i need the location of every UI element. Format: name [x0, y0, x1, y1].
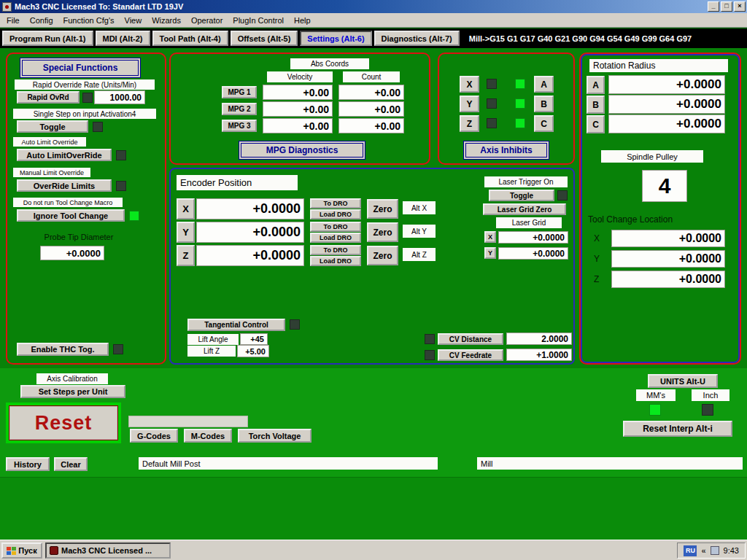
auto-limit-override-button[interactable]: Auto LimitOverRide — [17, 149, 112, 161]
inhibit-z-button[interactable]: Z — [460, 115, 479, 132]
rotation-c-button[interactable]: C — [587, 115, 605, 133]
laser-y-button[interactable]: Y — [484, 247, 496, 259]
rotation-b-dro[interactable]: +0.0000 — [608, 95, 725, 114]
single-step-toggle-button[interactable]: Toggle — [17, 120, 88, 133]
encoder-z-to-dro-button[interactable]: To DRO — [310, 245, 361, 255]
rotation-a-button[interactable]: A — [587, 76, 605, 94]
tab-tool-path[interactable]: Tool Path (Alt-4) — [152, 31, 228, 46]
units-button[interactable]: UNITS Alt-U — [648, 374, 718, 388]
override-limits-button[interactable]: OverRide Limits — [17, 179, 112, 192]
inhibit-c-button[interactable]: C — [534, 115, 554, 132]
encoder-z-dro[interactable]: +0.0000 — [196, 245, 304, 266]
encoder-y-button[interactable]: Y — [177, 222, 195, 243]
encoder-y-load-dro-button[interactable]: Load DRO — [310, 233, 361, 243]
spindle-pulley-dro[interactable]: 4 — [642, 170, 687, 202]
laser-toggle-button[interactable]: Toggle — [489, 190, 554, 201]
encoder-y-to-dro-button[interactable]: To DRO — [310, 222, 361, 232]
reset-interp-button[interactable]: Reset Interp Alt-i — [623, 421, 732, 437]
inhibit-y-button[interactable]: Y — [460, 96, 479, 112]
profile-display-strip — [128, 416, 248, 427]
cv-distance-button[interactable]: CV Distance — [438, 333, 503, 345]
ignore-tool-change-button[interactable]: Ignore Tool Change — [17, 209, 125, 222]
rotation-a-dro[interactable]: +0.0000 — [608, 75, 725, 94]
encoder-x-zero-button[interactable]: Zero — [367, 199, 398, 219]
minimize-button[interactable]: _ — [708, 1, 719, 12]
rotation-c-dro[interactable]: +0.0000 — [608, 114, 725, 133]
rapid-rate-dro[interactable]: 1000.00 — [94, 90, 145, 104]
hide-icons-chevron-icon[interactable]: « — [701, 546, 705, 555]
tool-change-y-dro[interactable]: +0.0000 — [611, 250, 725, 268]
inch-label: Inch — [692, 389, 729, 401]
mpg3-button[interactable]: MPG 3 — [222, 120, 257, 132]
laser-y-dro[interactable]: +0.0000 — [498, 247, 568, 260]
mpg-diagnostics-button[interactable]: MPG Diagnostics — [241, 143, 363, 158]
encoder-z-load-dro-button[interactable]: Load DRO — [310, 256, 361, 266]
mpg1-count-dro[interactable]: +0.00 — [338, 85, 404, 100]
tab-diagnostics[interactable]: Diagnostics (Alt-7) — [374, 31, 460, 46]
tab-offsets[interactable]: Offsets (Alt-5) — [231, 31, 298, 46]
start-button[interactable]: Пуск — [1, 542, 42, 559]
torch-voltage-button[interactable]: Torch Voltage — [238, 429, 311, 443]
gcodes-button[interactable]: G-Codes — [130, 429, 178, 443]
laser-trigger-label: Laser Trigger On — [484, 176, 568, 187]
laser-x-button[interactable]: X — [484, 231, 496, 243]
mpg1-button[interactable]: MPG 1 — [222, 86, 257, 98]
inhibit-x-button[interactable]: X — [460, 76, 479, 93]
encoder-y-dro[interactable]: +0.0000 — [196, 222, 304, 243]
mpg2-velocity-dro[interactable]: +0.00 — [263, 101, 333, 117]
laser-grid-zero-button[interactable]: Laser Grid Zero — [483, 203, 566, 215]
tab-settings[interactable]: Settings (Alt-6) — [300, 31, 371, 46]
tangential-control-button[interactable]: Tangential Control — [187, 319, 285, 331]
mpg2-count-dro[interactable]: +0.00 — [338, 101, 404, 117]
maximize-button[interactable]: □ — [721, 1, 732, 12]
mpg2-button[interactable]: MPG 2 — [222, 103, 257, 115]
menu-wizards[interactable]: Wizards — [147, 15, 186, 26]
encoder-x-load-dro-button[interactable]: Load DRO — [310, 209, 361, 219]
inhibit-b-led — [515, 98, 525, 109]
cv-feedrate-button[interactable]: CV Feedrate — [438, 349, 503, 361]
encoder-z-zero-button[interactable]: Zero — [367, 246, 398, 265]
mpg3-velocity-dro[interactable]: +0.00 — [263, 118, 333, 133]
inhibit-b-button[interactable]: B — [534, 96, 554, 112]
mpg3-count-dro[interactable]: +0.00 — [338, 118, 404, 133]
menu-file[interactable]: File — [1, 15, 25, 26]
tool-change-x-dro[interactable]: +0.0000 — [611, 230, 725, 247]
encoder-y-zero-button[interactable]: Zero — [367, 222, 398, 242]
probe-tip-diameter-dro[interactable]: +0.0000 — [40, 246, 104, 260]
menu-plugin-control[interactable]: PlugIn Control — [228, 15, 289, 26]
menu-config[interactable]: Config — [25, 15, 58, 26]
inhibit-a-button[interactable]: A — [534, 76, 554, 93]
reset-button[interactable]: Reset — [6, 402, 121, 443]
clear-button[interactable]: Clear — [54, 457, 88, 471]
enable-thc-button[interactable]: Enable THC Tog. — [17, 343, 109, 356]
encoder-x-to-dro-button[interactable]: To DRO — [310, 198, 361, 209]
tab-mdi[interactable]: MDI (Alt-2) — [96, 31, 150, 46]
inhibit-c-led — [515, 118, 525, 128]
cv-distance-led — [425, 334, 435, 344]
menu-function-cfgs[interactable]: Function Cfg's — [58, 15, 120, 26]
lift-angle-dro[interactable]: +45 — [240, 333, 268, 345]
menu-operator[interactable]: Operator — [186, 15, 228, 26]
lift-z-dro[interactable]: +5.00 — [237, 345, 269, 357]
encoder-x-button[interactable]: X — [177, 198, 195, 219]
close-button[interactable]: × — [734, 1, 746, 12]
tray-app-icon[interactable] — [711, 546, 719, 555]
rapid-ovrd-button[interactable]: Rapid OvRd — [17, 91, 80, 104]
mpg1-velocity-dro[interactable]: +0.00 — [263, 85, 333, 100]
encoder-x-dro[interactable]: +0.0000 — [196, 198, 304, 219]
history-button[interactable]: History — [6, 457, 50, 471]
tool-change-z-dro[interactable]: +0.0000 — [611, 271, 725, 288]
language-indicator[interactable]: RU — [684, 545, 697, 556]
menu-help[interactable]: Help — [289, 15, 316, 26]
laser-x-dro[interactable]: +0.0000 — [498, 231, 568, 244]
cv-distance-dro[interactable]: 2.0000 — [506, 332, 572, 345]
tab-program-run[interactable]: Program Run (Alt-1) — [2, 31, 93, 46]
taskbar-task-mach3[interactable]: Mach3 CNC Licensed ... — [45, 542, 171, 559]
encoder-z-button[interactable]: Z — [177, 245, 195, 266]
set-steps-per-unit-button[interactable]: Set Steps per Unit — [20, 385, 125, 398]
menu-bar: File Config Function Cfg's View Wizards … — [0, 13, 747, 28]
cv-feedrate-dro[interactable]: +1.0000 — [506, 349, 572, 361]
menu-view[interactable]: View — [120, 15, 147, 26]
mcodes-button[interactable]: M-Codes — [184, 429, 232, 443]
rotation-b-button[interactable]: B — [587, 96, 605, 114]
